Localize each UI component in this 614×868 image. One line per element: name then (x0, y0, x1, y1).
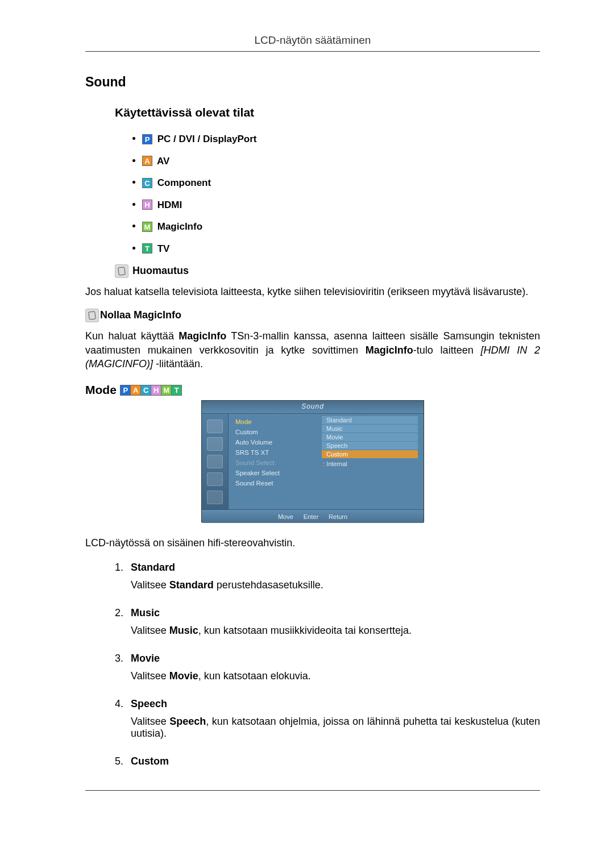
mode-label: MagicInfo (155, 221, 202, 232)
m-icon: M (142, 222, 152, 232)
divider-top (85, 51, 540, 52)
list-item: 4.SpeechValitsee Speech, kun katsotaan o… (115, 698, 540, 750)
mode-label: AV (155, 155, 169, 166)
list-item: 3.MovieValitsee Movie, kun katsotaan elo… (115, 653, 540, 692)
osd-side-icon (207, 455, 223, 468)
osd-left-item: Auto Volume (235, 439, 315, 446)
item-number: 4. (115, 698, 131, 750)
t-icon: T (142, 243, 152, 254)
osd-title: Sound (301, 402, 324, 410)
page-header: LCD-näytön säätäminen (85, 34, 540, 47)
osd-left-item: SRS TS XT (235, 449, 315, 456)
osd-option: Movie (322, 433, 418, 441)
osd-left-item: Custom (235, 429, 315, 435)
osd-left-item: Speaker Select (235, 470, 315, 476)
osd-side-icon (207, 437, 223, 451)
osd-option: Standard (322, 416, 418, 424)
note2-title-text: Nollaa MagicInfo (100, 309, 181, 321)
note-icon (115, 264, 128, 278)
note-title-text: Huomautus (130, 265, 189, 276)
osd-internal-label: : Internal (323, 460, 418, 467)
mode-label: TV (155, 243, 169, 254)
osd-menu-left: ModeCustomAuto VolumeSRS TS XTSound Sele… (229, 414, 318, 509)
t-icon: T (171, 385, 182, 396)
item-title: Standard (131, 562, 540, 574)
section-title: Sound (85, 74, 540, 90)
item-title: Music (131, 607, 540, 619)
mode-heading: Mode (85, 383, 117, 397)
mode-item: A AV (142, 155, 540, 167)
osd-footer-item: Enter (304, 513, 318, 520)
osd-footer-item: Move (278, 513, 293, 520)
a-icon: A (130, 385, 141, 396)
mode-item: H HDMI (142, 199, 540, 211)
mode-item: C Component (142, 177, 540, 189)
subsection-title: Käytettävissä olevat tilat (115, 106, 540, 119)
item-desc: Valitsee Music, kun katsotaan musiikkivi… (131, 625, 540, 637)
osd-side-icon (207, 420, 223, 433)
h-icon: H (151, 385, 161, 396)
m-icon: M (161, 385, 172, 396)
after-osd-text: LCD-näytössä on sisäinen hifi-stereovahv… (85, 537, 540, 549)
osd-left-item: Sound Reset (235, 480, 315, 487)
note-heading: Huomautus (115, 264, 540, 278)
item-desc: Valitsee Standard perustehdasasetuksille… (131, 579, 540, 591)
osd-left-item: Mode (235, 418, 315, 425)
item-number: 2. (115, 607, 131, 647)
mode-item: M MagicInfo (142, 221, 540, 232)
mode-item: T TV (142, 243, 540, 255)
osd-footer-item: Return (329, 513, 347, 520)
note-icon (85, 309, 99, 322)
osd-side-icon (207, 472, 223, 486)
osd-option: Speech (322, 442, 418, 450)
list-item: 1.StandardValitsee Standard perustehdasa… (115, 562, 540, 601)
mode-heading-icons: PACHMT (120, 385, 181, 396)
item-number: 1. (115, 562, 131, 601)
note2-heading: Nollaa MagicInfo (85, 309, 540, 322)
osd-option: Custom (322, 450, 418, 458)
note-body: Jos haluat katsella televisiota laittees… (85, 285, 540, 298)
list-item: 2.MusicValitsee Music, kun katsotaan mus… (115, 607, 540, 647)
divider-bottom (85, 790, 540, 791)
osd-menu-right: StandardMusicMovieSpeechCustom : Interna… (318, 414, 424, 509)
item-desc: Valitsee Speech, kun katsotaan ohjelmia,… (131, 716, 540, 740)
osd-option: Music (322, 425, 418, 433)
p-icon: P (142, 134, 152, 144)
osd-footer: MoveEnterReturn (202, 509, 424, 523)
note2-body: Kun haluat käyttää MagicInfo TSn-3-malli… (85, 329, 540, 371)
osd-side-icon (207, 491, 223, 504)
h-icon: H (142, 200, 152, 210)
c-icon: C (142, 178, 152, 188)
item-number: 3. (115, 653, 131, 692)
mode-item: P PC / DVI / DisplayPort (142, 133, 540, 145)
osd-screenshot: Sound ModeCustomAuto VolumeSRS TS XTSoun… (201, 400, 424, 522)
mode-label: HDMI (155, 199, 182, 210)
mode-label: Component (155, 177, 211, 188)
item-title: Speech (131, 698, 540, 710)
item-title: Movie (131, 653, 540, 665)
modes-list: P PC / DVI / DisplayPortA AVC ComponentH… (131, 133, 540, 254)
item-number: 5. (115, 755, 131, 773)
numbered-list: 1.StandardValitsee Standard perustehdasa… (115, 562, 540, 773)
osd-sidebar (202, 414, 229, 509)
mode-label: PC / DVI / DisplayPort (155, 134, 257, 144)
p-icon: P (120, 385, 131, 396)
c-icon: C (140, 385, 151, 396)
item-desc: Valitsee Movie, kun katsotaan elokuvia. (131, 670, 540, 682)
a-icon: A (142, 156, 152, 166)
osd-left-item: Sound Select (235, 459, 315, 466)
item-title: Custom (131, 755, 540, 767)
list-item: 5.Custom (115, 755, 540, 773)
